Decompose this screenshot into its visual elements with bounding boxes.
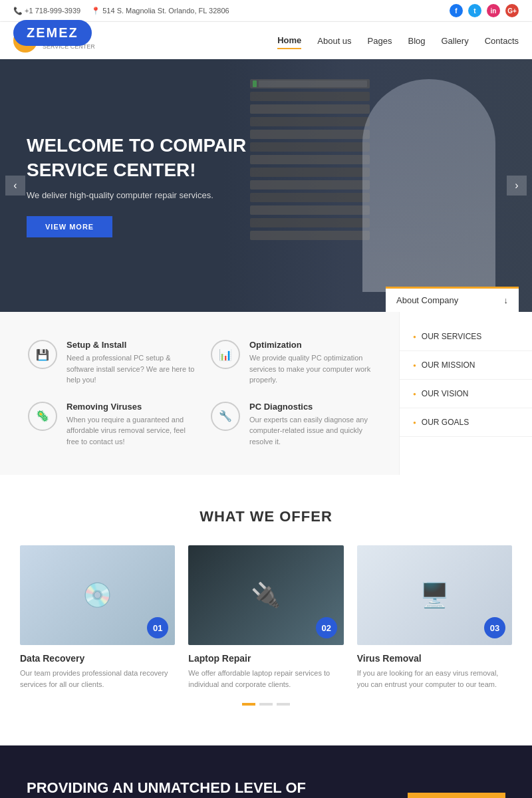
twitter-icon[interactable]: t (468, 4, 481, 17)
service-setup-text: Setup & Install Need a professional PC s… (66, 340, 195, 386)
contact-info: 📞 +1 718-999-3939 📍 514 S. Magnolia St. … (13, 7, 229, 15)
services-grid: 💾 Setup & Install Need a professional PC… (0, 312, 399, 475)
offer-card-number-2: 02 (316, 617, 337, 638)
person-silhouette (346, 59, 512, 312)
service-viruses: 🦠 Removing Viruses When you require a gu… (20, 394, 203, 456)
nav-about[interactable]: About us (317, 33, 351, 49)
setup-icon: 💾 (28, 340, 57, 369)
virus-icon: 🦠 (28, 402, 57, 431)
offer-section: WHAT WE OFFER 💿 01 Data Recovery Our tea… (0, 475, 532, 745)
nav-links: Home About us Pages Blog Gallery Contact… (277, 33, 519, 49)
cta-section: PROVIDING AN UNMATCHED LEVEL OF QUALITY … (0, 745, 532, 798)
nav-blog[interactable]: Blog (408, 33, 425, 49)
about-sidebar: OUR SERVICES OUR MISSION OUR VISION OUR … (399, 312, 532, 475)
nav-contacts[interactable]: Contacts (485, 33, 519, 49)
nav-home[interactable]: Home (277, 33, 301, 49)
offer-card-number-3: 03 (484, 617, 505, 638)
nav-gallery[interactable]: Gallery (442, 33, 469, 49)
about-company-dropdown[interactable]: About Company ↓ (386, 287, 519, 312)
dot-inactive-2[interactable] (277, 703, 290, 706)
offer-virus-removal: 🖥️ 03 Virus Removal If you are looking f… (357, 545, 512, 690)
hero-prev-arrow[interactable]: ‹ (5, 176, 25, 196)
offer-card-desc-1: Our team provides professional data reco… (20, 668, 175, 690)
social-icons: f t in G+ (450, 4, 519, 17)
data-recovery-image: 💿 01 (20, 545, 175, 645)
diagnostics-icon: 🔧 (211, 402, 240, 431)
hero-title: WELCOME TO COMPAIR SERVICE CENTER! (27, 134, 253, 182)
offer-title: WHAT WE OFFER (20, 508, 512, 525)
offer-card-title-1: Data Recovery (20, 653, 175, 664)
service-setup: 💾 Setup & Install Need a professional PC… (20, 332, 203, 394)
address-icon: 📍 (91, 7, 100, 15)
laptop-repair-image: 🔌 02 (188, 545, 343, 645)
services-section: 💾 Setup & Install Need a professional PC… (0, 312, 532, 475)
phone-icon: 📞 (13, 7, 23, 15)
offer-card-title-3: Virus Removal (357, 653, 512, 664)
sidebar-our-goals[interactable]: OUR GOALS (400, 408, 532, 437)
dropdown-arrow-icon: ↓ (504, 295, 509, 305)
gplus-icon[interactable]: G+ (505, 4, 519, 17)
hero-subtitle: We deliver high-quality computer repair … (27, 190, 253, 200)
virus-removal-image: 🖥️ 03 (357, 545, 512, 645)
service-optimization-text: Optimization We provide quality PC optim… (249, 340, 378, 386)
nav-pages[interactable]: Pages (368, 33, 392, 49)
facebook-icon[interactable]: f (450, 4, 463, 17)
slider-dots (20, 690, 512, 726)
cta-content: PROVIDING AN UNMATCHED LEVEL OF QUALITY … (27, 779, 359, 798)
cta-learn-more-button[interactable]: LEARN MORE (408, 793, 505, 798)
service-diagnostics-text: PC Diagnostics Our experts can easily di… (249, 402, 378, 448)
offer-card-desc-3: If you are looking for an easy virus rem… (357, 668, 512, 690)
dot-active[interactable] (242, 703, 255, 706)
optimization-icon: 📊 (211, 340, 240, 369)
address-info: 📍 514 S. Magnolia St. Orlando, FL 32806 (91, 7, 229, 15)
cta-title: PROVIDING AN UNMATCHED LEVEL OF QUALITY … (27, 779, 359, 798)
service-viruses-text: Removing Viruses When you require a guar… (66, 402, 195, 448)
offer-laptop-repair: 🔌 02 Laptop Repair We offer affordable l… (188, 545, 343, 690)
service-diagnostics: 🔧 PC Diagnostics Our experts can easily … (203, 394, 386, 456)
hero-view-more-button[interactable]: VIEW MORE (27, 216, 112, 237)
hero-section: WELCOME TO COMPAIR SERVICE CENTER! We de… (0, 59, 532, 312)
hero-next-arrow[interactable]: › (507, 176, 527, 196)
top-bar: 📞 +1 718-999-3939 📍 514 S. Magnolia St. … (0, 0, 532, 22)
sidebar-our-services[interactable]: OUR SERVICES (400, 323, 532, 351)
sidebar-our-mission[interactable]: OUR MISSION (400, 351, 532, 380)
hero-content: WELCOME TO COMPAIR SERVICE CENTER! We de… (0, 134, 279, 237)
zemez-logo[interactable]: ZEMEZ (13, 20, 92, 46)
offer-card-desc-2: We offer affordable laptop repair servic… (188, 668, 343, 690)
phone-info: 📞 +1 718-999-3939 (13, 7, 80, 15)
offer-card-title-2: Laptop Repair (188, 653, 343, 664)
instagram-icon[interactable]: in (487, 4, 500, 17)
service-optimization: 📊 Optimization We provide quality PC opt… (203, 332, 386, 394)
sidebar-our-vision[interactable]: OUR VISION (400, 380, 532, 408)
offer-grid: 💿 01 Data Recovery Our team provides pro… (20, 545, 512, 690)
offer-data-recovery: 💿 01 Data Recovery Our team provides pro… (20, 545, 175, 690)
dot-inactive[interactable] (259, 703, 273, 706)
